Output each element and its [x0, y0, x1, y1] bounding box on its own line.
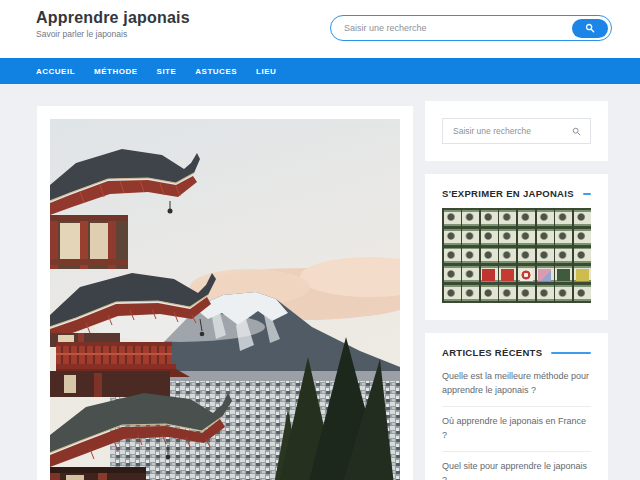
sake-barrel-accent: [501, 269, 514, 281]
recent-articles-title: ARTICLES RÉCENTS: [442, 347, 591, 358]
accent-line: [551, 352, 591, 354]
nav-item-accueil[interactable]: ACCUEIL: [36, 67, 75, 76]
header-search-input[interactable]: [331, 23, 572, 33]
recent-articles-title-text: ARTICLES RÉCENTS: [442, 347, 542, 358]
sake-barrel-accent: [576, 269, 589, 281]
expression-widget-title-text: S'EXPRIMER EN JAPONAIS: [442, 188, 574, 199]
nav-item-lieu[interactable]: LIEU: [256, 67, 276, 76]
page-content: S'EXPRIMER EN JAPONAIS ARTICLES RÉCENTS …: [0, 84, 640, 480]
header-search-button[interactable]: [572, 19, 608, 38]
accent-line: [583, 193, 591, 195]
nav-item-methode[interactable]: MÉTHODE: [94, 67, 138, 76]
sake-barrel-accent: [538, 269, 551, 281]
sidebar-search-widget: [425, 101, 608, 161]
featured-image-pagoda-fuji: [50, 119, 400, 480]
recent-articles-widget: ARTICLES RÉCENTS Quelle est la meilleure…: [425, 333, 608, 480]
recent-articles-list: Quelle est la meilleure méthode pour app…: [442, 362, 591, 480]
site-title-link[interactable]: Apprendre japonais: [36, 9, 190, 27]
recent-article-link[interactable]: Quel site pour apprendre le japonais ?: [442, 452, 591, 480]
sake-barrel-accent: [520, 269, 533, 281]
expression-widget-title: S'EXPRIMER EN JAPONAIS: [442, 188, 591, 199]
sake-barrel-accent: [557, 269, 570, 281]
nav-item-site[interactable]: SITE: [157, 67, 177, 76]
nav-item-astuces[interactable]: ASTUCES: [195, 67, 237, 76]
expression-widget: S'EXPRIMER EN JAPONAIS: [425, 174, 608, 320]
recent-article-link[interactable]: Où apprendre le japonais en France ?: [442, 407, 591, 452]
sidebar-search-submit[interactable]: [572, 127, 581, 136]
sidebar: S'EXPRIMER EN JAPONAIS ARTICLES RÉCENTS …: [425, 101, 608, 480]
sake-barrels-image[interactable]: [442, 208, 591, 303]
sake-barrel-accent: [482, 269, 495, 281]
recent-article-link[interactable]: Quelle est la meilleure méthode pour app…: [442, 362, 591, 407]
branding: Apprendre japonais Savoir parler le japo…: [36, 9, 190, 39]
sidebar-search-box: [442, 118, 591, 144]
magnifier-icon: [585, 23, 595, 33]
main-nav: ACCUEIL MÉTHODE SITE ASTUCES LIEU: [0, 58, 640, 84]
main-article-card: [37, 106, 413, 480]
site-header: Apprendre japonais Savoir parler le japo…: [0, 0, 640, 58]
site-tagline: Savoir parler le japonais: [36, 29, 190, 39]
header-search-bar: [330, 15, 612, 41]
sidebar-search-input[interactable]: [443, 125, 572, 137]
magnifier-icon: [572, 127, 581, 136]
